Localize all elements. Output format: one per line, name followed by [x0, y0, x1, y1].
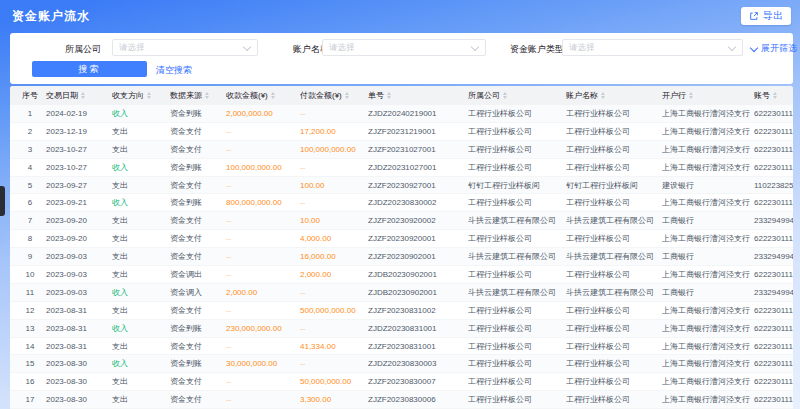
table-row[interactable]: 72023-09-20支出资金支付--10.00ZJZF20230920002斗… — [10, 212, 793, 230]
table-row[interactable]: 142023-08-31支出资金支付--41,334.00ZJZF2023083… — [10, 338, 793, 356]
column-header-9[interactable]: 账户名称 — [566, 90, 662, 101]
column-header-11[interactable]: 账号 — [754, 90, 793, 101]
cell: ZJDZ20230830003 — [368, 359, 468, 368]
cell: 工程行业样板公司 — [468, 233, 566, 244]
table-row[interactable]: 172023-08-30支出资金支付--3,300.00ZJZF20230830… — [10, 391, 793, 409]
sort-icon[interactable] — [601, 92, 605, 99]
table-row[interactable]: 62023-09-21收入资金到账800,000,000.00--ZJDZ202… — [10, 194, 793, 212]
column-header-2[interactable]: 交易日期 — [46, 90, 112, 101]
cell: 10.00 — [300, 216, 368, 225]
sort-icon[interactable] — [773, 92, 777, 99]
cell: 100,000,000.00 — [300, 145, 368, 154]
cell: 资金支付 — [170, 144, 226, 155]
expand-filters-link[interactable]: 展开筛选 — [751, 42, 797, 55]
cell: 622230111 — [754, 377, 793, 386]
table-row[interactable]: 12024-02-19收入资金到账2,000,000.00--ZJDZ20240… — [10, 105, 793, 123]
cell: 4,000.00 — [300, 234, 368, 243]
column-header-5[interactable]: 收款金额(¥) — [226, 90, 300, 101]
cell: 工程行业样板公司 — [468, 323, 566, 334]
cell: 工商银行 — [662, 215, 754, 226]
table-row[interactable]: 92023-09-03支出资金支付--16,000.00ZJZF20230902… — [10, 248, 793, 266]
cell: 2,000,000.00 — [226, 109, 300, 118]
cell: 13 — [14, 324, 46, 333]
cell: 50,000,000.00 — [300, 377, 368, 386]
cell: 支出 — [112, 251, 170, 262]
company-select[interactable]: 请选择 — [112, 39, 258, 56]
cell: 支出 — [112, 215, 170, 226]
cell: ZJZF20230831002 — [368, 306, 468, 315]
column-header-8[interactable]: 所属公司 — [468, 90, 566, 101]
cell: -- — [300, 109, 368, 118]
sort-icon[interactable] — [345, 92, 349, 99]
cell: 2023-08-31 — [46, 306, 112, 315]
cell: 上海工商银行漕河泾支行 — [662, 108, 754, 119]
cell: ZJDZ20230831001 — [368, 324, 468, 333]
capital-account-flow-page: 资金账户流水 导出 所属公司 请选择 账户名称 请选择 资金账户类型 请选择 展… — [0, 0, 800, 409]
cell: -- — [226, 234, 300, 243]
account-type-select[interactable]: 请选择 — [562, 39, 743, 56]
cell: 工程行业样板公司 — [468, 108, 566, 119]
cell: 2023-09-03 — [46, 270, 112, 279]
table-row[interactable]: 152023-08-30收入资金到账30,000,000.00--ZJDZ202… — [10, 355, 793, 373]
export-icon — [749, 11, 759, 21]
table-row[interactable]: 162023-08-30支出资金支付--50,000,000.00ZJZF202… — [10, 373, 793, 391]
cell: 收入 — [112, 197, 170, 208]
cell: 110223825 — [754, 181, 793, 190]
sort-icon[interactable] — [271, 92, 275, 99]
column-label: 付款金额(¥) — [300, 90, 342, 101]
cell: 622230111 — [754, 127, 793, 136]
account-name-select[interactable]: 请选择 — [322, 39, 486, 56]
cell: 622230111 — [754, 395, 793, 404]
table-row[interactable]: 132023-08-31收入资金到账230,000,000.00--ZJDZ20… — [10, 320, 793, 338]
cell: 工程行业样板公司 — [468, 376, 566, 387]
cell: ZJZF20230920001 — [368, 234, 468, 243]
cell: 支出 — [112, 376, 170, 387]
sort-icon[interactable] — [387, 92, 391, 99]
column-header-4[interactable]: 数据来源 — [170, 90, 226, 101]
cell: -- — [300, 198, 368, 207]
sort-icon[interactable] — [689, 92, 693, 99]
cell: ZJZF20230830006 — [368, 395, 468, 404]
table-row[interactable]: 82023-09-20支出资金支付--4,000.00ZJZF202309200… — [10, 230, 793, 248]
table-row[interactable]: 52023-09-27支出资金支付--100.00ZJZF20230927001… — [10, 177, 793, 195]
cell: 资金到账 — [170, 358, 226, 369]
column-header-10[interactable]: 开户行 — [662, 90, 754, 101]
sort-icon[interactable] — [147, 92, 151, 99]
column-header-7[interactable]: 单号 — [368, 90, 468, 101]
export-button[interactable]: 导出 — [741, 7, 791, 25]
clear-search-link[interactable]: 清空搜索 — [156, 64, 192, 77]
cell: 2023-08-30 — [46, 377, 112, 386]
table-row[interactable]: 22023-12-19支出资金支付--17,200.00ZJZF20231219… — [10, 123, 793, 141]
chevron-down-icon — [243, 42, 251, 50]
table-row[interactable]: 102023-09-03支出资金调出--2,000.00ZJDB20230902… — [10, 266, 793, 284]
column-label: 单号 — [368, 90, 384, 101]
cell: 上海工商银行漕河泾支行 — [662, 305, 754, 316]
cell: 工程行业样板公司 — [566, 108, 662, 119]
cell: 2023-09-20 — [46, 234, 112, 243]
table-row[interactable]: 112023-09-03收入资金调入2,000.00--ZJDB20230902… — [10, 284, 793, 302]
side-drawer-handle[interactable] — [0, 186, 5, 216]
sort-icon[interactable] — [205, 92, 209, 99]
table-row[interactable]: 122023-08-31支出资金支付--500,000,000.00ZJZF20… — [10, 302, 793, 320]
column-header-6[interactable]: 付款金额(¥) — [300, 90, 368, 101]
cell: 1 — [14, 109, 46, 118]
cell: 工程行业样板公司 — [566, 305, 662, 316]
cell: 上海工商银行漕河泾支行 — [662, 341, 754, 352]
cell: 工程行业样板公司 — [468, 126, 566, 137]
cell: 收入 — [112, 162, 170, 173]
filter-panel: 所属公司 请选择 账户名称 请选择 资金账户类型 请选择 展开筛选 搜索 清空搜… — [10, 33, 793, 84]
search-button[interactable]: 搜索 — [32, 61, 147, 77]
sort-icon[interactable] — [81, 92, 85, 99]
cell: 资金调入 — [170, 287, 226, 298]
cell: 15 — [14, 359, 46, 368]
cell: 支出 — [112, 180, 170, 191]
sort-icon[interactable] — [503, 92, 507, 99]
cell: 上海工商银行漕河泾支行 — [662, 323, 754, 334]
column-header-3[interactable]: 收支方向 — [112, 90, 170, 101]
table-row[interactable]: 42023-10-27收入资金到账100,000,000.00--ZJDZ202… — [10, 159, 793, 177]
cell: 2023-08-30 — [46, 359, 112, 368]
table-row[interactable]: 32023-10-27支出资金支付--100,000,000.00ZJZF202… — [10, 141, 793, 159]
cell: 622230111 — [754, 306, 793, 315]
cell: -- — [226, 127, 300, 136]
cell: 9 — [14, 252, 46, 261]
